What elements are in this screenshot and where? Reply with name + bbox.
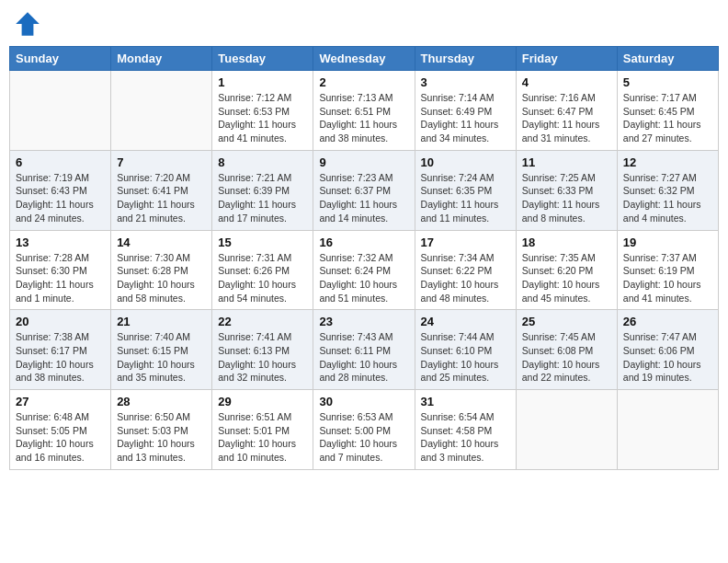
day-info: Sunrise: 7:37 AMSunset: 6:19 PMDaylight:…	[623, 251, 712, 305]
calendar-header-row: SundayMondayTuesdayWednesdayThursdayFrid…	[10, 47, 719, 71]
calendar-cell: 4Sunrise: 7:16 AMSunset: 6:47 PMDaylight…	[516, 71, 617, 151]
calendar-cell: 16Sunrise: 7:32 AMSunset: 6:24 PMDayligh…	[313, 230, 415, 310]
calendar-cell: 27Sunrise: 6:48 AMSunset: 5:05 PMDayligh…	[10, 390, 111, 470]
calendar-cell: 24Sunrise: 7:44 AMSunset: 6:10 PMDayligh…	[415, 310, 516, 390]
logo	[13, 9, 46, 39]
day-number: 2	[319, 75, 408, 89]
calendar-table: SundayMondayTuesdayWednesdayThursdayFrid…	[9, 46, 719, 470]
day-info: Sunrise: 7:31 AMSunset: 6:26 PMDaylight:…	[218, 251, 307, 305]
calendar-cell: 21Sunrise: 7:40 AMSunset: 6:15 PMDayligh…	[111, 310, 212, 390]
day-number: 17	[421, 236, 510, 249]
calendar-cell: 1Sunrise: 7:12 AMSunset: 6:53 PMDaylight…	[212, 71, 313, 151]
day-number: 28	[117, 395, 206, 408]
day-number: 8	[218, 155, 307, 169]
calendar-week-row: 27Sunrise: 6:48 AMSunset: 5:05 PMDayligh…	[10, 390, 719, 470]
calendar-cell: 6Sunrise: 7:19 AMSunset: 6:43 PMDaylight…	[10, 150, 111, 230]
calendar-week-row: 1Sunrise: 7:12 AMSunset: 6:53 PMDaylight…	[10, 71, 719, 151]
day-number: 10	[421, 155, 510, 169]
day-number: 15	[218, 236, 307, 249]
calendar-cell: 26Sunrise: 7:47 AMSunset: 6:06 PMDayligh…	[617, 310, 718, 390]
day-info: Sunrise: 6:53 AMSunset: 5:00 PMDaylight:…	[319, 410, 408, 465]
day-info: Sunrise: 7:34 AMSunset: 6:22 PMDaylight:…	[421, 251, 510, 305]
calendar-cell: 17Sunrise: 7:34 AMSunset: 6:22 PMDayligh…	[415, 230, 516, 310]
day-info: Sunrise: 6:51 AMSunset: 5:01 PMDaylight:…	[218, 410, 307, 465]
day-number: 13	[16, 236, 105, 249]
day-info: Sunrise: 7:17 AMSunset: 6:45 PMDaylight:…	[623, 91, 712, 145]
day-info: Sunrise: 7:20 AMSunset: 6:41 PMDaylight:…	[117, 171, 206, 225]
day-number: 14	[117, 236, 206, 249]
calendar-cell: 30Sunrise: 6:53 AMSunset: 5:00 PMDayligh…	[313, 390, 415, 470]
calendar-day-header: Saturday	[617, 47, 718, 71]
day-info: Sunrise: 7:47 AMSunset: 6:06 PMDaylight:…	[623, 330, 712, 385]
calendar-day-header: Sunday	[10, 47, 111, 71]
calendar-cell: 3Sunrise: 7:14 AMSunset: 6:49 PMDaylight…	[415, 71, 516, 151]
calendar-cell: 29Sunrise: 6:51 AMSunset: 5:01 PMDayligh…	[212, 390, 313, 470]
day-number: 5	[623, 75, 712, 89]
calendar-cell: 12Sunrise: 7:27 AMSunset: 6:32 PMDayligh…	[617, 150, 718, 230]
day-info: Sunrise: 7:44 AMSunset: 6:10 PMDaylight:…	[421, 330, 510, 385]
day-number: 30	[319, 395, 408, 408]
day-info: Sunrise: 7:16 AMSunset: 6:47 PMDaylight:…	[522, 91, 611, 145]
day-number: 16	[319, 236, 408, 249]
page-header	[9, 9, 719, 39]
calendar-day-header: Monday	[111, 47, 212, 71]
calendar-cell: 25Sunrise: 7:45 AMSunset: 6:08 PMDayligh…	[516, 310, 617, 390]
calendar-cell: 8Sunrise: 7:21 AMSunset: 6:39 PMDaylight…	[212, 150, 313, 230]
day-info: Sunrise: 7:43 AMSunset: 6:11 PMDaylight:…	[319, 330, 408, 385]
day-info: Sunrise: 6:50 AMSunset: 5:03 PMDaylight:…	[117, 410, 206, 465]
calendar-cell	[10, 71, 111, 151]
day-info: Sunrise: 7:30 AMSunset: 6:28 PMDaylight:…	[117, 251, 206, 305]
day-number: 20	[16, 315, 105, 328]
calendar-cell: 9Sunrise: 7:23 AMSunset: 6:37 PMDaylight…	[313, 150, 415, 230]
day-number: 31	[421, 395, 510, 408]
day-info: Sunrise: 7:45 AMSunset: 6:08 PMDaylight:…	[522, 330, 611, 385]
calendar-cell: 19Sunrise: 7:37 AMSunset: 6:19 PMDayligh…	[617, 230, 718, 310]
day-number: 18	[522, 236, 611, 249]
calendar-cell: 22Sunrise: 7:41 AMSunset: 6:13 PMDayligh…	[212, 310, 313, 390]
day-number: 12	[623, 155, 712, 169]
day-number: 22	[218, 315, 307, 328]
calendar-cell: 15Sunrise: 7:31 AMSunset: 6:26 PMDayligh…	[212, 230, 313, 310]
day-number: 24	[421, 315, 510, 328]
day-number: 27	[16, 395, 105, 408]
day-info: Sunrise: 7:19 AMSunset: 6:43 PMDaylight:…	[16, 171, 105, 225]
calendar-day-header: Tuesday	[212, 47, 313, 71]
day-info: Sunrise: 7:41 AMSunset: 6:13 PMDaylight:…	[218, 330, 307, 385]
calendar-cell: 28Sunrise: 6:50 AMSunset: 5:03 PMDayligh…	[111, 390, 212, 470]
day-info: Sunrise: 7:24 AMSunset: 6:35 PMDaylight:…	[421, 171, 510, 225]
calendar-week-row: 20Sunrise: 7:38 AMSunset: 6:17 PMDayligh…	[10, 310, 719, 390]
day-number: 23	[319, 315, 408, 328]
day-info: Sunrise: 6:48 AMSunset: 5:05 PMDaylight:…	[16, 410, 105, 465]
calendar-cell	[617, 390, 718, 470]
calendar-cell: 13Sunrise: 7:28 AMSunset: 6:30 PMDayligh…	[10, 230, 111, 310]
day-info: Sunrise: 7:21 AMSunset: 6:39 PMDaylight:…	[218, 171, 307, 225]
day-info: Sunrise: 7:27 AMSunset: 6:32 PMDaylight:…	[623, 171, 712, 225]
calendar-week-row: 13Sunrise: 7:28 AMSunset: 6:30 PMDayligh…	[10, 230, 719, 310]
calendar-day-header: Wednesday	[313, 47, 415, 71]
calendar-cell: 5Sunrise: 7:17 AMSunset: 6:45 PMDaylight…	[617, 71, 718, 151]
day-info: Sunrise: 7:28 AMSunset: 6:30 PMDaylight:…	[16, 251, 105, 305]
calendar-body: 1Sunrise: 7:12 AMSunset: 6:53 PMDaylight…	[10, 71, 719, 470]
day-info: Sunrise: 7:40 AMSunset: 6:15 PMDaylight:…	[117, 330, 206, 385]
calendar-cell: 7Sunrise: 7:20 AMSunset: 6:41 PMDaylight…	[111, 150, 212, 230]
svg-marker-0	[16, 12, 40, 36]
day-number: 11	[522, 155, 611, 169]
day-info: Sunrise: 7:25 AMSunset: 6:33 PMDaylight:…	[522, 171, 611, 225]
day-info: Sunrise: 7:35 AMSunset: 6:20 PMDaylight:…	[522, 251, 611, 305]
day-number: 1	[218, 75, 307, 89]
day-number: 29	[218, 395, 307, 408]
calendar-cell: 23Sunrise: 7:43 AMSunset: 6:11 PMDayligh…	[313, 310, 415, 390]
calendar-cell: 31Sunrise: 6:54 AMSunset: 4:58 PMDayligh…	[415, 390, 516, 470]
day-number: 6	[16, 155, 105, 169]
day-info: Sunrise: 7:14 AMSunset: 6:49 PMDaylight:…	[421, 91, 510, 145]
calendar-cell: 2Sunrise: 7:13 AMSunset: 6:51 PMDaylight…	[313, 71, 415, 151]
calendar-cell: 14Sunrise: 7:30 AMSunset: 6:28 PMDayligh…	[111, 230, 212, 310]
day-number: 21	[117, 315, 206, 328]
day-number: 19	[623, 236, 712, 249]
calendar-cell	[111, 71, 212, 151]
day-info: Sunrise: 7:38 AMSunset: 6:17 PMDaylight:…	[16, 330, 105, 385]
calendar-cell: 11Sunrise: 7:25 AMSunset: 6:33 PMDayligh…	[516, 150, 617, 230]
day-number: 25	[522, 315, 611, 328]
day-info: Sunrise: 7:12 AMSunset: 6:53 PMDaylight:…	[218, 91, 307, 145]
day-info: Sunrise: 7:32 AMSunset: 6:24 PMDaylight:…	[319, 251, 408, 305]
